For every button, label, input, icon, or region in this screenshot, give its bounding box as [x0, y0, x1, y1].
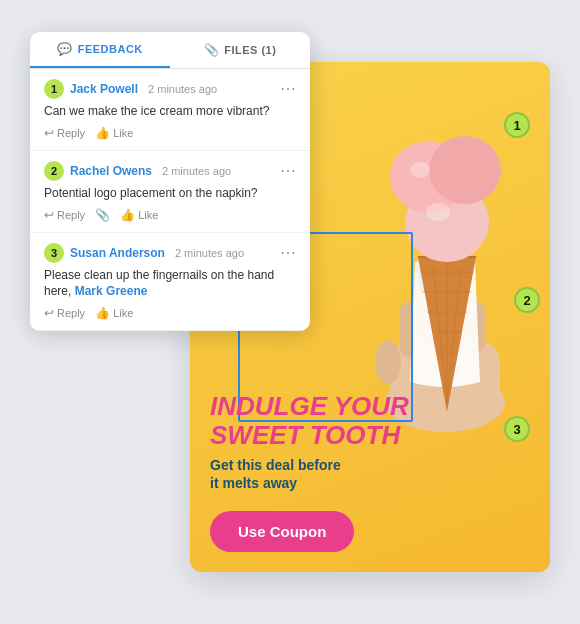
comment-actions-2: ↩ Reply 📎 👍 Like — [44, 208, 296, 222]
comment-time-3: 2 minutes ago — [175, 247, 244, 259]
annotation-badge-1: 1 — [504, 112, 530, 138]
comment-item-2: 2 Rachel Owens 2 minutes ago ⋯ Potential… — [30, 151, 310, 233]
ad-subtitle: Get this deal before it melts away — [210, 456, 409, 492]
comment-user-3: 3 Susan Anderson 2 minutes ago — [44, 243, 244, 263]
use-coupon-button[interactable]: Use Coupon — [210, 511, 354, 552]
comment-actions-3: ↩ Reply 👍 Like — [44, 306, 296, 320]
comment-more-1[interactable]: ⋯ — [280, 81, 296, 97]
reply-button-3[interactable]: ↩ Reply — [44, 306, 85, 320]
comment-user-1: 1 Jack Powell 2 minutes ago — [44, 79, 217, 99]
mention-link[interactable]: Mark Greene — [75, 284, 148, 298]
like-icon-1: 👍 — [95, 126, 110, 140]
like-button-3[interactable]: 👍 Like — [95, 306, 133, 320]
comment-text-1: Can we make the ice cream more vibrant? — [44, 103, 296, 120]
feedback-tab-icon: 💬 — [57, 42, 73, 56]
like-icon-2: 👍 — [120, 208, 135, 222]
tab-bar: 💬 FEEDBACK 📎 FILES (1) — [30, 32, 310, 69]
comment-more-3[interactable]: ⋯ — [280, 245, 296, 261]
svg-point-18 — [410, 162, 430, 178]
avatar-2: 2 — [44, 161, 64, 181]
svg-point-6 — [375, 340, 401, 384]
avatar-3: 3 — [44, 243, 64, 263]
comment-header-2: 2 Rachel Owens 2 minutes ago ⋯ — [44, 161, 296, 181]
comment-item-1: 1 Jack Powell 2 minutes ago ⋯ Can we mak… — [30, 69, 310, 151]
comment-text-2: Potential logo placement on the napkin? — [44, 185, 296, 202]
comment-header-3: 3 Susan Anderson 2 minutes ago ⋯ — [44, 243, 296, 263]
annotation-badge-2: 2 — [514, 287, 540, 313]
attach-icon-2: 📎 — [95, 208, 110, 222]
comment-text-3: Please clean up the fingernails on the h… — [44, 267, 296, 301]
comment-time-2: 2 minutes ago — [162, 165, 231, 177]
main-container: INDULGE YOUR SWEET TOOTH Get this deal b… — [30, 32, 550, 592]
comment-more-2[interactable]: ⋯ — [280, 163, 296, 179]
username-2[interactable]: Rachel Owens — [70, 164, 152, 178]
like-button-2[interactable]: 👍 Like — [120, 208, 158, 222]
username-1[interactable]: Jack Powell — [70, 82, 138, 96]
svg-point-19 — [426, 203, 450, 221]
attach-button-2[interactable]: 📎 — [95, 208, 110, 222]
comment-item-3: 3 Susan Anderson 2 minutes ago ⋯ Please … — [30, 233, 310, 332]
ad-title: INDULGE YOUR SWEET TOOTH — [210, 392, 409, 449]
reply-button-2[interactable]: ↩ Reply — [44, 208, 85, 222]
comment-time-1: 2 minutes ago — [148, 83, 217, 95]
comment-user-2: 2 Rachel Owens 2 minutes ago — [44, 161, 231, 181]
username-3[interactable]: Susan Anderson — [70, 246, 165, 260]
tab-feedback[interactable]: 💬 FEEDBACK — [30, 32, 170, 68]
comment-actions-1: ↩ Reply 👍 Like — [44, 126, 296, 140]
comments-list: 1 Jack Powell 2 minutes ago ⋯ Can we mak… — [30, 69, 310, 331]
avatar-1: 1 — [44, 79, 64, 99]
files-tab-icon: 📎 — [204, 43, 220, 57]
reply-icon-1: ↩ — [44, 126, 54, 140]
reply-icon-3: ↩ — [44, 306, 54, 320]
feedback-panel: 💬 FEEDBACK 📎 FILES (1) 1 Jack Powell 2 — [30, 32, 310, 331]
like-icon-3: 👍 — [95, 306, 110, 320]
reply-button-1[interactable]: ↩ Reply — [44, 126, 85, 140]
comment-header-1: 1 Jack Powell 2 minutes ago ⋯ — [44, 79, 296, 99]
like-button-1[interactable]: 👍 Like — [95, 126, 133, 140]
tab-files[interactable]: 📎 FILES (1) — [170, 32, 310, 68]
annotation-badge-3: 3 — [504, 416, 530, 442]
ad-text-area: INDULGE YOUR SWEET TOOTH Get this deal b… — [210, 392, 409, 492]
reply-icon-2: ↩ — [44, 208, 54, 222]
svg-point-17 — [429, 136, 501, 204]
